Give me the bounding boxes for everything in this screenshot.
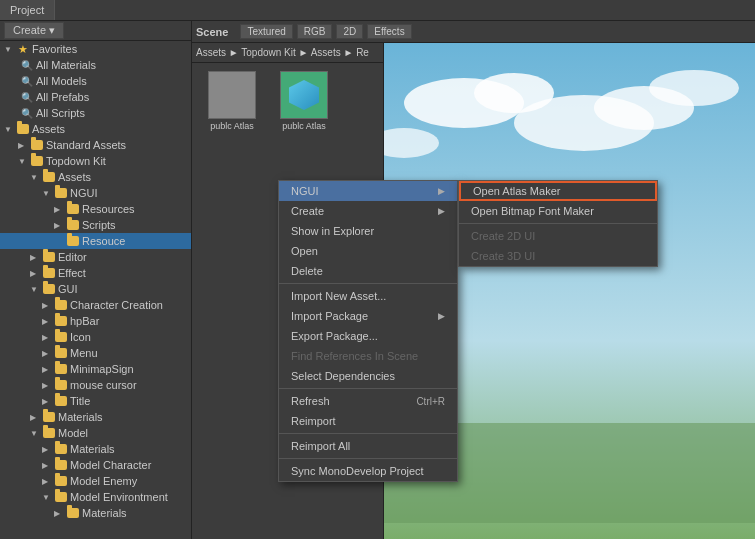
cc-arrow: ▶ — [42, 301, 54, 310]
mat-folder-icon — [42, 410, 56, 424]
ti-folder-icon — [54, 394, 68, 408]
hpbar-item[interactable]: ▶ hpBar — [0, 313, 191, 329]
ngui-label: NGUI — [70, 187, 98, 199]
scene-toolbar: Scene Textured RGB 2D Effects — [192, 21, 755, 43]
scene-view — [384, 43, 755, 539]
m3-folder-icon — [66, 506, 80, 520]
resources-item[interactable]: ▶ Resources — [0, 201, 191, 217]
ic-arrow: ▶ — [42, 333, 54, 342]
model-env-item[interactable]: ▼ Model Environtment — [0, 489, 191, 505]
cc-folder-icon — [54, 298, 68, 312]
char-creation-item[interactable]: ▶ Character Creation — [0, 297, 191, 313]
effects-button[interactable]: Effects — [367, 24, 411, 39]
scripts-item[interactable]: ▶ Scripts — [0, 217, 191, 233]
create-bar: Create — [0, 21, 191, 41]
all-scripts-item[interactable]: 🔍 All Scripts — [0, 105, 191, 121]
assets-folder-icon — [16, 122, 30, 136]
scripts-label: Scripts — [82, 219, 116, 231]
all-materials-item[interactable]: 🔍 All Materials — [0, 57, 191, 73]
favorites-header[interactable]: ▼ ★ Favorites — [0, 41, 191, 57]
menv-folder-icon — [54, 490, 68, 504]
menu-item[interactable]: ▶ Menu — [0, 345, 191, 361]
ngui-item[interactable]: ▼ NGUI — [0, 185, 191, 201]
asset-label-1: publc Atlas — [210, 121, 254, 131]
mc-arrow: ▶ — [42, 381, 54, 390]
2d-button[interactable]: 2D — [336, 24, 363, 39]
ngui-folder-icon — [54, 186, 68, 200]
mouse-cursor-item[interactable]: ▶ mouse cursor — [0, 377, 191, 393]
search-icon-materials: 🔍 — [20, 58, 34, 72]
ti-arrow: ▶ — [42, 397, 54, 406]
gui-label: GUI — [58, 283, 78, 295]
minimapsign-item[interactable]: ▶ MinimapSign — [0, 361, 191, 377]
resources-label: Resources — [82, 203, 135, 215]
assets-breadcrumb: Assets ► Topdown Kit ► Assets ► Re — [192, 43, 383, 63]
all-prefabs-item[interactable]: 🔍 All Prefabs — [0, 89, 191, 105]
all-models-item[interactable]: 🔍 All Models — [0, 73, 191, 89]
assets-label: Assets — [32, 123, 65, 135]
hp-arrow: ▶ — [42, 317, 54, 326]
materials2-label: Materials — [70, 443, 115, 455]
materials-label: Materials — [58, 411, 103, 423]
model-enemy-item[interactable]: ▶ Model Enemy — [0, 473, 191, 489]
editor-label: Editor — [58, 251, 87, 263]
icon-item[interactable]: ▶ Icon — [0, 329, 191, 345]
sa-folder-icon — [30, 138, 44, 152]
standard-assets-item[interactable]: ▶ Standard Assets — [0, 137, 191, 153]
assets-sub-item[interactable]: ▼ Assets — [0, 169, 191, 185]
char-creation-label: Character Creation — [70, 299, 163, 311]
create-button[interactable]: Create — [4, 22, 64, 39]
assets-arrow: ▼ — [4, 125, 16, 134]
tab-project[interactable]: Project — [0, 0, 55, 20]
effect-item[interactable]: ▶ Effect — [0, 265, 191, 281]
title-item[interactable]: ▶ Title — [0, 393, 191, 409]
rc-folder-icon — [66, 234, 80, 248]
materials-item[interactable]: ▶ Materials — [0, 409, 191, 425]
sc-folder-icon — [66, 218, 80, 232]
breadcrumb-text: Assets ► Topdown Kit ► Assets ► Re — [196, 47, 369, 58]
model-character-item[interactable]: ▶ Model Character — [0, 457, 191, 473]
star-icon: ★ — [16, 42, 30, 56]
topdown-kit-item[interactable]: ▼ Topdown Kit — [0, 153, 191, 169]
all-scripts-label: All Scripts — [36, 107, 85, 119]
gui-folder-icon — [42, 282, 56, 296]
model-env-label: Model Environtment — [70, 491, 168, 503]
cube-shape — [289, 80, 319, 110]
ngui-arrow: ▼ — [42, 189, 54, 198]
rgb-button[interactable]: RGB — [297, 24, 333, 39]
search-icon-prefabs: 🔍 — [20, 90, 34, 104]
sc-arrow: ▶ — [54, 221, 66, 230]
resouce-item[interactable]: Resouce — [0, 233, 191, 249]
eff-folder-icon — [42, 266, 56, 280]
m2-folder-icon — [54, 442, 68, 456]
title-label: Title — [70, 395, 90, 407]
asset-label-2: publc Atlas — [282, 121, 326, 131]
left-panel: Create ▼ ★ Favorites 🔍 All Materials 🔍 A… — [0, 21, 192, 539]
all-models-label: All Models — [36, 75, 87, 87]
assets-content: publc Atlas publc Atlas — [192, 63, 383, 539]
materials3-item[interactable]: ▶ Materials — [0, 505, 191, 521]
favorites-arrow: ▼ — [4, 45, 16, 54]
model-item[interactable]: ▼ Model — [0, 425, 191, 441]
search-icon-scripts: 🔍 — [20, 106, 34, 120]
minimapsign-label: MinimapSign — [70, 363, 134, 375]
ic-folder-icon — [54, 330, 68, 344]
svg-rect-7 — [384, 423, 755, 523]
asset-item-cube[interactable]: publc Atlas — [272, 71, 336, 131]
textured-button[interactable]: Textured — [240, 24, 292, 39]
mch-arrow: ▶ — [42, 461, 54, 470]
asset-item-gray[interactable]: publc Atlas — [200, 71, 264, 131]
eff-arrow: ▶ — [30, 269, 42, 278]
standard-assets-label: Standard Assets — [46, 139, 126, 151]
assets-root[interactable]: ▼ Assets — [0, 121, 191, 137]
editor-item[interactable]: ▶ Editor — [0, 249, 191, 265]
assets-sub-label: Assets — [58, 171, 91, 183]
model-label: Model — [58, 427, 88, 439]
mod-arrow: ▼ — [30, 429, 42, 438]
model-enemy-label: Model Enemy — [70, 475, 137, 487]
men-folder-icon — [54, 474, 68, 488]
tk-folder-icon — [30, 154, 44, 168]
materials2-item[interactable]: ▶ Materials — [0, 441, 191, 457]
sa-arrow: ▶ — [18, 141, 30, 150]
gui-item[interactable]: ▼ GUI — [0, 281, 191, 297]
